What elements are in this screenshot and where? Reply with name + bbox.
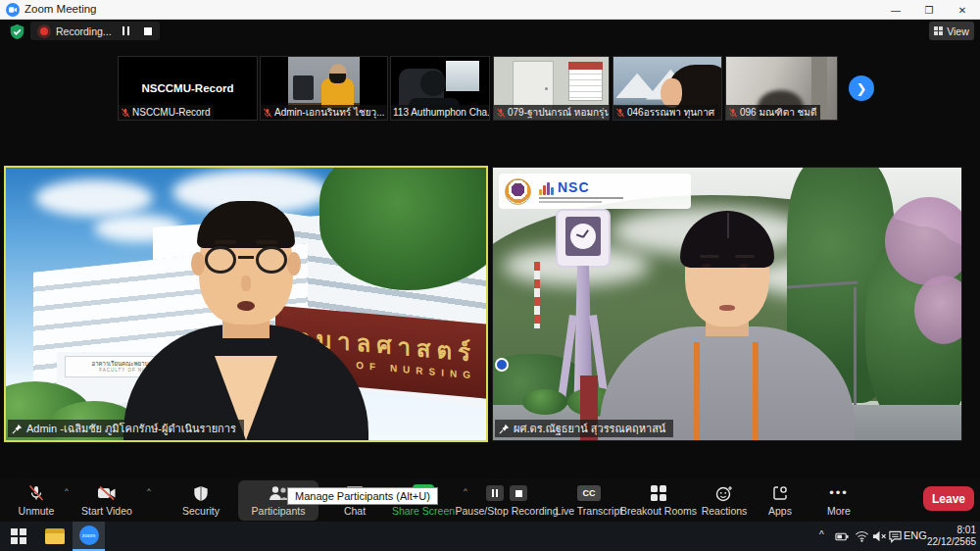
close-button[interactable]: ✕ xyxy=(947,0,978,20)
active-speaker-name-label: Admin -เฉลิมชัย ภูมิโคกรักษ์-ผู้ดำเนินรา… xyxy=(8,420,244,437)
radio-tower xyxy=(534,262,540,328)
notification-icon[interactable] xyxy=(888,529,903,543)
participant-thumbnail[interactable]: 046อรรณพา ทุนกาศ xyxy=(612,56,722,121)
file-explorer-icon[interactable] xyxy=(45,528,65,544)
encryption-shield-icon xyxy=(9,24,25,40)
start-video-button[interactable]: Start Video xyxy=(71,481,143,521)
video-options-chevron-icon[interactable]: ^ xyxy=(147,486,151,495)
manage-participants-tooltip: Manage Participants (Alt+U) xyxy=(287,487,438,505)
muted-mic-icon xyxy=(615,108,625,118)
eyeglasses xyxy=(205,246,287,276)
restore-button[interactable]: ❐ xyxy=(913,0,945,20)
mic-options-chevron-icon[interactable]: ^ xyxy=(65,486,69,495)
pause-recording-icon[interactable] xyxy=(120,25,133,38)
participant-face xyxy=(661,78,682,108)
view-button[interactable]: View xyxy=(929,22,974,40)
tray-expand-chevron-icon[interactable]: ^ xyxy=(819,529,824,540)
stop-recording-icon[interactable] xyxy=(510,485,527,501)
pause-recording-icon[interactable] xyxy=(486,485,504,501)
speaker-eyebrow xyxy=(215,240,236,244)
apps-button[interactable]: Apps xyxy=(757,481,804,521)
windows-taskbar: zoom ^ ENG 8:01 22/12/2565 xyxy=(0,522,980,551)
speaker-muted-icon[interactable] xyxy=(872,529,887,543)
smiley-plus-icon xyxy=(715,483,733,503)
minimize-button[interactable]: — xyxy=(880,0,911,20)
meeting-toolbar: Unmute ^ Start Video ^ Security Particip… xyxy=(0,478,980,522)
breakout-rooms-button[interactable]: Breakout Rooms xyxy=(617,481,700,521)
thumbnail-name-label: 113 Authumphon Cha... xyxy=(391,105,489,120)
nsc-logo: NSC xyxy=(539,179,623,203)
thumbnail-name-label: Admin-เอกนรินทร์ ไชยวุ... xyxy=(261,105,387,120)
road-sign xyxy=(495,358,509,372)
door-knob xyxy=(545,87,548,90)
participant-name-label: ผศ.ดร.ณัฐธยาน์ สุวรรณคฤหาสน์ xyxy=(495,420,673,437)
speaker-eyebrow xyxy=(256,240,277,244)
next-page-arrow-button[interactable]: ❯ xyxy=(849,75,874,101)
security-button[interactable]: Security xyxy=(169,481,233,521)
more-button[interactable]: ••• More xyxy=(811,481,866,521)
more-dots-icon: ••• xyxy=(829,483,849,503)
live-transcript-button[interactable]: CC Live Transcript xyxy=(555,481,623,521)
lanyard-strap xyxy=(694,342,700,440)
participant-thumbnail[interactable]: NSCCMU-Record NSCCMU-Record xyxy=(118,56,258,121)
car-window xyxy=(446,61,479,91)
start-button[interactable] xyxy=(11,528,26,544)
clock xyxy=(570,224,596,249)
wall-chart-header xyxy=(568,62,603,70)
stop-recording-icon[interactable] xyxy=(141,25,155,38)
face-mask xyxy=(329,74,346,83)
reactions-button[interactable]: Reactions xyxy=(696,481,753,521)
participant-thumbnail[interactable]: 113 Authumphon Cha... xyxy=(390,56,490,121)
taskbar-date: 22/12/2565 xyxy=(927,536,976,548)
pause-stop-recording-button[interactable]: Pause/Stop Recording xyxy=(457,481,557,521)
participant-eyebrow xyxy=(700,255,719,258)
participant-head xyxy=(420,71,446,96)
unmute-button[interactable]: Unmute xyxy=(8,481,65,521)
taskbar-time: 8:01 xyxy=(927,525,976,536)
participant-mouth xyxy=(719,305,735,311)
apps-icon xyxy=(772,483,788,503)
lanyard-strap xyxy=(753,342,759,440)
taskbar-clock[interactable]: 8:01 22/12/2565 xyxy=(927,525,976,548)
language-indicator[interactable]: ENG xyxy=(904,529,927,541)
shield-icon xyxy=(193,483,209,503)
speaker-ear xyxy=(191,252,205,276)
participant-eye xyxy=(702,264,711,268)
thumbnail-name-label: 096 มณฑิตา ชมดี xyxy=(726,105,820,120)
main-video-active-speaker[interactable]: อาคารเรียนคณะพยาบาลศาสตร์ FACULTY OF NUR… xyxy=(4,166,488,442)
video-off-icon xyxy=(97,483,117,503)
thumbnail-name-label: 046อรรณพา ทุนกาศ xyxy=(613,105,718,120)
participant-thumbnail[interactable]: Admin-เอกนรินทร์ ไชยวุ... xyxy=(260,56,388,121)
title-bar: Zoom Meeting — ❐ ✕ xyxy=(0,0,980,20)
zoom-meeting-window: Zoom Meeting — ❐ ✕ Recording... View NSC… xyxy=(0,0,980,551)
clock-face xyxy=(565,217,601,256)
recording-indicator: Recording... xyxy=(30,22,160,40)
recording-label: Recording... xyxy=(56,25,112,37)
university-emblem-icon xyxy=(505,178,531,205)
monitor-silhouette xyxy=(293,75,315,99)
pin-icon xyxy=(12,424,23,434)
breakout-rooms-icon xyxy=(651,483,666,503)
participants-icon xyxy=(268,483,289,503)
participant-eyebrow xyxy=(735,255,755,258)
muted-mic-icon xyxy=(27,483,45,503)
thumbnail-name-label: 079-ฐาปนกรณ์ หอมกรุ่น... xyxy=(494,105,609,120)
wifi-icon[interactable] xyxy=(855,529,869,543)
speaker-ear xyxy=(287,252,301,276)
muted-mic-icon xyxy=(728,108,738,118)
cloud xyxy=(35,179,153,217)
view-grid-icon xyxy=(934,26,943,35)
participant-thumbnail[interactable]: 079-ฐาปนกรณ์ หอมกรุ่น... xyxy=(493,56,610,121)
video-watermark-banner: NSC xyxy=(499,174,691,209)
zoom-taskbar-app[interactable]: zoom xyxy=(73,522,105,551)
speaker-mouth xyxy=(237,301,255,311)
shrub xyxy=(522,389,567,415)
recording-dot-icon xyxy=(40,27,48,35)
participant-thumbnail[interactable]: 096 มณฑิตา ชมดี xyxy=(725,56,838,121)
cc-icon: CC xyxy=(577,483,601,503)
battery-icon[interactable] xyxy=(835,529,850,543)
main-video-participant[interactable]: NSC ผศ.ดร.ณัฐธยาน์ สุวรรณคฤหาสน์ xyxy=(492,167,962,441)
zoom-app-icon xyxy=(6,3,20,17)
zoom-app-icon: zoom xyxy=(79,526,99,545)
leave-button[interactable]: Leave xyxy=(923,486,974,511)
